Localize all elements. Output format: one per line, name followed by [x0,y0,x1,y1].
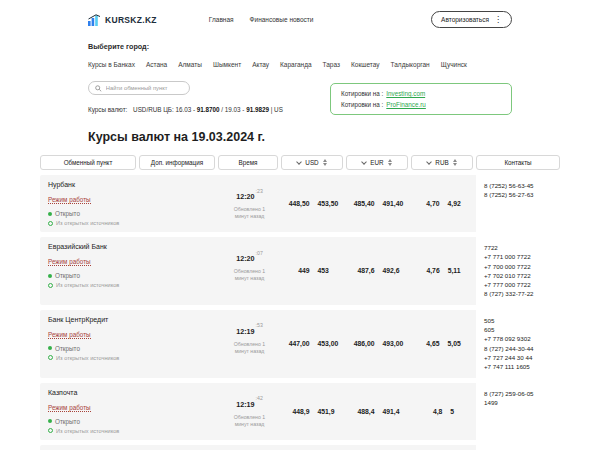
work-mode-link[interactable]: Режим работы [48,258,91,266]
bank-name[interactable]: Евразийский Банк [48,243,137,250]
extra-info-cell [139,383,218,440]
time-cell: 12:19:53 Обновлено 1 минут назад [218,310,281,378]
nav-home[interactable]: Главная [209,16,234,23]
rub-buy: 4,76 [426,267,439,274]
quote-line: Котировки на :ProFinance.ru [341,101,501,108]
mid-section: Курсы валют: USD/RUB ЦБ: 16.03 - 91.8700… [88,81,512,115]
update-time: 12:20:23 [218,185,281,203]
search-input[interactable] [106,85,183,91]
city-link[interactable]: Щучинск [441,61,467,68]
work-mode-link[interactable]: Режим работы [48,196,91,204]
status-label: Открыто [55,210,80,217]
city-link[interactable]: Астана [146,61,167,68]
rub-buy: 4,70 [426,200,439,207]
eur-rate-cell: 485,40 491,40 [346,175,411,232]
eur-rate-cell: 487,6 492,6 [346,237,411,305]
logo-chart-icon [88,14,101,26]
open-dot-icon [48,212,52,216]
sort-usd-icon[interactable] [323,159,327,166]
rub-sell: 5,11 [448,267,461,274]
extra-info-cell [139,237,218,305]
cb-rates-line: Курсы валют: USD/RUB ЦБ: 16.03 - 91.8700… [88,106,330,113]
time-cell: 12:20:07 Обновлено 1 минут назад [218,237,281,305]
source-note: Из открытых источников [48,428,137,434]
city-link[interactable]: Талдыкорган [391,61,430,68]
city-link[interactable]: Актау [252,61,269,68]
bank-name[interactable]: Банк ЦентрКредит [48,316,137,323]
update-seconds: :42 [256,395,263,401]
nav-finance-news[interactable]: Финансовые новости [250,16,314,23]
chevron-down-icon [362,159,368,165]
main-nav: Главная Финансовые новости [209,16,314,23]
usd-sell: 453 [318,267,329,274]
source-label: Из открытых источников [56,355,119,361]
table-row: Нурбанк Режим работы Открыто Из открытых… [40,175,560,232]
open-dot-icon [48,274,52,278]
login-button[interactable]: Авторизоваться ⋮ [431,11,512,28]
contact-phone: +7 700 000 7722 [484,262,560,271]
usd-rate-cell [281,445,346,450]
time-cell [218,445,281,450]
profinance-link[interactable]: ProFinance.ru [386,101,426,108]
eur-buy: 486,00 [354,340,375,347]
exchange-point-cell: Казпочта Режим работы Открыто Из открыты… [40,383,139,440]
contact-phone: 8 (7252) 56-27-63 [484,190,560,199]
city-links: Курсы в БанкахАстанаАлматыШымкентАктауКа… [88,61,512,68]
city-link[interactable]: Кокшетау [351,61,380,68]
logo[interactable]: KURSKZ.KZ [88,14,157,26]
eur-sell: 492,6 [383,267,400,274]
top-content: KURSKZ.KZ Главная Финансовые новости Авт… [88,0,512,115]
extra-info-cell [139,445,218,450]
city-link[interactable]: Алматы [178,61,202,68]
sort-eur-icon[interactable] [388,159,392,166]
work-mode-link[interactable]: Режим работы [48,331,91,339]
usd-buy: 447,00 [289,340,310,347]
update-seconds: :07 [256,250,263,256]
bank-name[interactable]: Нурбанк [48,181,137,188]
eur-rate-cell: 486,00 493,00 [346,310,411,378]
mid-left: Курсы валют: USD/RUB ЦБ: 16.03 - 91.8700… [88,81,330,113]
extra-info-cell [139,310,218,378]
column-header-time: Время [218,155,278,170]
usd-rate-cell: 449 453 [281,237,346,305]
source-info-icon [48,428,53,433]
contact-phone: 8 (727) 259-06-05 [484,389,560,398]
contact-phone: 605 [484,325,560,334]
chevron-down-icon [427,159,433,165]
table-row: Казпочта Режим работы Открыто Из открыты… [40,383,560,440]
status-open: Открыто [48,210,137,217]
sort-rub-icon[interactable] [453,159,457,166]
source-info-icon [48,355,53,360]
column-header-exchange-point: Обменный пункт [40,155,136,170]
vertical-dots-icon: ⋮ [494,17,502,23]
table-row: First Heartland Jusan [40,445,560,450]
city-link[interactable]: Шымкент [213,61,241,68]
investing-link[interactable]: Investing.com [386,90,425,97]
column-header-extra-info: Доп. информация [139,155,215,170]
city-link[interactable]: Тараз [323,61,340,68]
exchange-point-cell: First Heartland Jusan [40,445,139,450]
bank-name[interactable]: Казпочта [48,389,137,396]
contact-phone: 8 (727) 244-30-44 [484,344,560,353]
column-header-usd[interactable]: USD [281,155,343,170]
table-row: Евразийский Банк Режим работы Открыто Из… [40,237,560,305]
quote-label: Котировки на : [341,90,383,97]
city-link[interactable]: Курсы в Банках [88,61,135,68]
rub-rate-cell: 4,65 5,05 [411,310,476,378]
contact-phone: 1499 [484,398,560,407]
search-box[interactable] [88,81,190,95]
rates-table: Обменный пункт Доп. информация Время USD… [40,155,560,450]
rub-rate-cell: 4,76 5,11 [411,237,476,305]
eur-sell: 491,4 [383,408,400,415]
updated-ago: Обновлено 1 минут назад [218,341,281,355]
work-mode-link[interactable]: Режим работы [48,404,91,412]
contact-phone: +7 747 111 1605 [484,362,560,371]
status-open: Открыто [48,418,137,425]
city-link[interactable]: Караганда [280,61,311,68]
rates-suffix: | US [271,106,283,113]
column-header-contacts: Контакты [476,155,560,170]
eur-sell: 493,00 [383,340,404,347]
rates-value-2: 91.9829 [246,106,269,113]
column-header-rub[interactable]: RUB [411,155,473,170]
column-header-eur[interactable]: EUR [346,155,408,170]
